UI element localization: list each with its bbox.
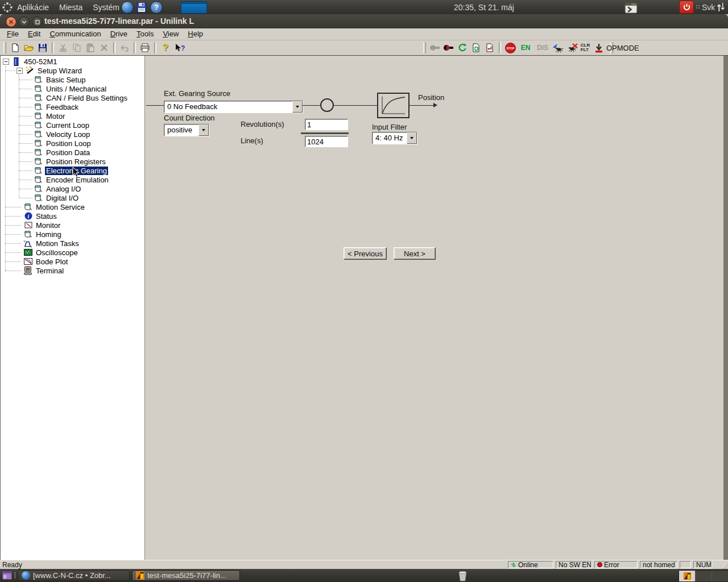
- toolbar-grip[interactable]: [3, 42, 6, 53]
- signal-wire: [146, 105, 164, 106]
- debug-receive-icon[interactable]: [551, 41, 565, 55]
- updown-arrows-icon[interactable]: [717, 0, 725, 14]
- tree-item-units-mechanical[interactable]: Units / Mechanical: [1, 84, 144, 93]
- ext-gearing-source-combobox[interactable]: 0 No Feedback: [164, 101, 303, 113]
- page-icon: [34, 139, 43, 148]
- tree-item-motion-service[interactable]: Motion Service: [1, 202, 144, 211]
- tree-item-label: Motion Service: [35, 203, 86, 211]
- status-panel-blank: [680, 561, 691, 568]
- save-to-drive-button[interactable]: [592, 41, 606, 55]
- workspace-3[interactable]: [712, 571, 728, 581]
- opmode-label: OPMODE: [606, 44, 639, 52]
- tree-item-label: Homing: [35, 230, 63, 239]
- tree-item-450-52m1[interactable]: 450-52M1: [1, 57, 144, 66]
- print-button[interactable]: [138, 41, 152, 55]
- close-button[interactable]: [6, 16, 16, 27]
- paste-button: [84, 41, 97, 55]
- menu-edit[interactable]: Edit: [23, 28, 45, 40]
- menu-view[interactable]: View: [158, 28, 183, 40]
- show-desktop-icon[interactable]: [2, 570, 13, 582]
- toolbar-grip[interactable]: [423, 42, 426, 53]
- tree-item-bode-plot[interactable]: Bode Plot: [1, 257, 144, 266]
- previous-button[interactable]: < Previous: [344, 247, 387, 260]
- tree-item-motor[interactable]: Motor: [1, 111, 144, 120]
- open-file-button[interactable]: [22, 41, 36, 55]
- power-button-icon[interactable]: [679, 1, 694, 13]
- minimize-button[interactable]: [19, 16, 30, 27]
- write-params-button[interactable]: [483, 41, 497, 55]
- tree-item-position-registers[interactable]: Position Registers: [1, 157, 144, 166]
- distro-logo-icon[interactable]: [2, 0, 13, 14]
- tree-item-setup-wizard[interactable]: Setup Wizard: [1, 66, 144, 75]
- connect-offline-icon[interactable]: [428, 41, 442, 55]
- chevron-down-icon[interactable]: [198, 124, 209, 136]
- tree-item-label: Position Data: [45, 148, 91, 157]
- taskbar-button-1[interactable]: [www.C-N-C.cz • Zobr...: [18, 570, 130, 581]
- terminal-tray-icon[interactable]: [624, 1, 638, 15]
- tree-item-label: CAN / Field Bus Settings: [45, 94, 129, 102]
- panel-menu-syst-m[interactable]: Systém: [93, 3, 119, 12]
- tree-item-status[interactable]: iStatus: [1, 211, 144, 221]
- reload-params-button[interactable]: [469, 41, 483, 55]
- menu-file[interactable]: File: [2, 28, 23, 40]
- tree-item-position-data[interactable]: Position Data: [1, 148, 144, 157]
- browser-launcher-icon[interactable]: [121, 0, 134, 14]
- save-tray-icon[interactable]: [136, 0, 147, 14]
- tree-item-monitor[interactable]: Monitor: [1, 221, 144, 230]
- bottom-taskbar: [www.C-N-C.cz • Zobr...test-mesa5i25-7i7…: [0, 569, 728, 582]
- new-file-button[interactable]: [9, 41, 22, 55]
- tree-item-terminal[interactable]: Terminal: [1, 266, 144, 275]
- tree-item-current-loop[interactable]: Current Loop: [1, 120, 144, 130]
- lines-input[interactable]: [305, 136, 348, 147]
- menu-drive[interactable]: Drive: [106, 28, 132, 40]
- menu-tools[interactable]: Tools: [132, 28, 158, 40]
- tree-expander-icon[interactable]: [16, 68, 23, 74]
- next-button[interactable]: Next >: [394, 247, 436, 260]
- tree-item-homing[interactable]: Homing: [1, 230, 144, 239]
- chevron-down-icon[interactable]: [407, 132, 417, 144]
- tree-item-oscilloscope[interactable]: Oscilloscope: [1, 248, 144, 257]
- svg-text:v: v: [24, 239, 26, 243]
- toolbar-separator: [134, 42, 136, 53]
- window-thumbnail[interactable]: [181, 1, 207, 13]
- maximize-button[interactable]: [32, 16, 43, 27]
- taskbar-handle[interactable]: [14, 572, 16, 579]
- stop-button[interactable]: STOP: [503, 41, 517, 55]
- save-button[interactable]: [36, 41, 49, 55]
- tree-item-analog-i-o[interactable]: Analog I/O: [1, 184, 144, 193]
- menu-communication[interactable]: Communication: [45, 28, 105, 40]
- connect-online-icon[interactable]: [442, 41, 456, 55]
- tree-item-velocity-loop[interactable]: Velocity Loop: [1, 130, 144, 139]
- resize-grip[interactable]: [720, 562, 727, 569]
- tree-item-digital-i-o[interactable]: Digital I/O: [1, 193, 144, 202]
- keyboard-layout-indicator[interactable]: Svk: [702, 0, 715, 14]
- tree-item-label: Terminal: [35, 267, 65, 275]
- window-titlebar[interactable]: test-mesa5i25-7i77-linear.par - Unilink …: [0, 14, 728, 28]
- tree-item-feedback[interactable]: Feedback: [1, 102, 144, 111]
- tree-item-motion-tasks[interactable]: vtMotion Tasks: [1, 239, 144, 248]
- trash-icon[interactable]: [457, 569, 468, 582]
- panel-menu-aplik-cie[interactable]: Aplikácie: [17, 3, 49, 12]
- chevron-down-icon[interactable]: [292, 101, 303, 113]
- taskbar-button-2[interactable]: test-mesa5i25-7i77-lin...: [132, 570, 240, 581]
- workspace-2[interactable]: [695, 571, 712, 581]
- help-button[interactable]: ?: [159, 41, 172, 55]
- clock[interactable]: 20:35, St 21. máj: [454, 0, 514, 14]
- help-launcher-icon[interactable]: ?: [150, 0, 163, 14]
- panel-menu-miesta[interactable]: Miesta: [59, 3, 82, 12]
- tree-item-position-loop[interactable]: Position Loop: [1, 139, 144, 148]
- menu-help[interactable]: Help: [183, 28, 208, 40]
- count-direction-combobox[interactable]: positive: [164, 124, 209, 136]
- tree-item-can-field-bus-settings[interactable]: CAN / Field Bus Settings: [1, 93, 144, 102]
- context-help-button[interactable]: ?: [172, 41, 186, 55]
- refresh-button[interactable]: [456, 41, 469, 55]
- revolutions-input[interactable]: [305, 119, 348, 130]
- tree-item-label: Basic Setup: [45, 76, 86, 84]
- debug-clear-icon[interactable]: [565, 41, 578, 55]
- enable-button[interactable]: EN: [517, 41, 534, 55]
- tree-expander-icon[interactable]: [3, 59, 9, 65]
- workspace-1[interactable]: [679, 571, 695, 581]
- input-filter-combobox[interactable]: 4: 40 Hz: [372, 132, 417, 144]
- clear-fault-button[interactable]: CLRFLT: [578, 41, 592, 55]
- tree-item-basic-setup[interactable]: Basic Setup: [1, 75, 144, 84]
